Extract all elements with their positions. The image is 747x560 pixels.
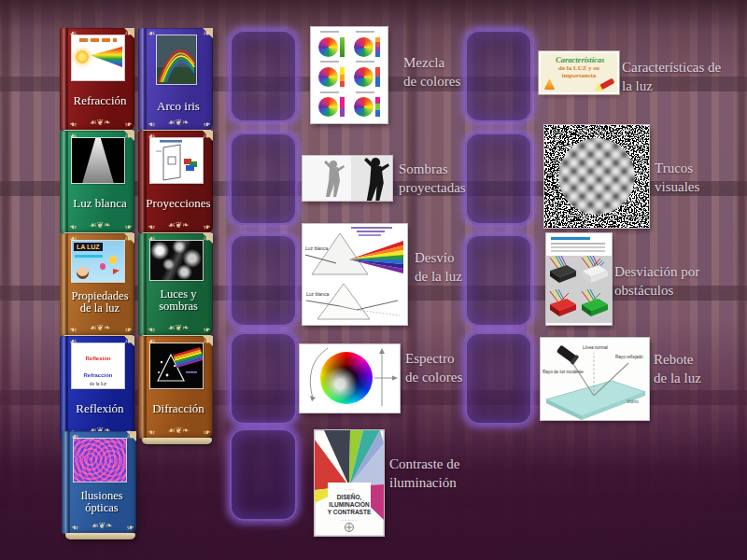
rainbow-photo	[157, 35, 196, 84]
la-luz-badge: LA LUZ	[74, 243, 103, 251]
diagram-label: Rayo de luz incidente	[543, 370, 584, 374]
book-title: Luz blanca	[68, 185, 132, 222]
book-luces-y-sombras[interactable]: Luces y sombras ☙❦❧	[138, 233, 213, 342]
book-spine	[60, 28, 68, 131]
book-difraccion[interactable]: Difracción ☙❦❧	[138, 336, 213, 444]
bottom-flourish-icon: ☙❦❧	[70, 522, 134, 530]
book-title: Refracción	[68, 82, 132, 119]
book-cover-diseno: — — — DISEÑO, ILUMINACIÓN Y CONTRASTE — …	[315, 430, 384, 536]
optical-illusion-image	[544, 125, 649, 228]
color-wheel-cell	[315, 31, 348, 59]
book-title: Propiedades de la luz	[68, 284, 132, 321]
card-desvio-de-la-luz[interactable]: Luz blanca Luz blanca	[303, 224, 407, 325]
drop-slot[interactable]	[230, 30, 297, 122]
card-desviacion-por-obstaculos[interactable]	[546, 233, 612, 325]
card-mezcla-de-colores[interactable]	[311, 27, 388, 123]
page-corner	[124, 233, 134, 244]
light-beam	[72, 138, 124, 183]
word-reflexion: Reflexión	[85, 356, 110, 361]
balloon	[109, 256, 117, 264]
book-cover-image-arco-iris	[157, 35, 196, 84]
shadow-people-image	[303, 156, 392, 201]
color-bar	[375, 97, 380, 117]
page-corner	[203, 233, 213, 244]
card-caracteristicas-de-la-luz[interactable]: Características de la LUZ y su importanc…	[541, 53, 617, 92]
book-cover-image-refraccion	[72, 35, 124, 80]
flashlight-icon	[599, 78, 615, 91]
card-contraste-de-iluminacion[interactable]: — — — DISEÑO, ILUMINACIÓN Y CONTRASTE — …	[315, 430, 384, 536]
card-espectro-de-colores[interactable]	[300, 344, 400, 413]
diagram-label: Rayo reflejado	[615, 355, 643, 359]
book-cover-image-sombras	[150, 241, 203, 280]
book-title: Ilusiones ópticas	[70, 483, 134, 521]
text-lines	[551, 243, 605, 245]
color-bar	[375, 67, 380, 87]
color-wheel-cell	[315, 91, 348, 119]
rainbow-beam	[91, 47, 122, 67]
color-wheel-icon	[354, 37, 374, 57]
psychedelic-pattern	[74, 439, 126, 482]
blue-heading-bar	[551, 237, 590, 240]
bottom-flourish-icon: ☙❦❧	[147, 324, 210, 332]
book-cover-image-reflexion: Reflexión Refracción de la luz	[72, 343, 124, 388]
book-spine	[60, 336, 68, 439]
luz-blanca-label: Luz blanca	[306, 291, 329, 297]
card-rebote-de-la-luz[interactable]: Rayo de luz incidente Línea normal Rayo …	[541, 338, 649, 420]
bottom-flourish-icon: ☙❦❧	[147, 427, 210, 435]
page-corner	[124, 28, 134, 38]
prism-rainbow-art	[150, 343, 203, 388]
blocks-and-rays	[546, 256, 612, 323]
book-pages-edge	[65, 533, 135, 539]
drop-slot[interactable]	[230, 133, 297, 225]
color-bar	[340, 67, 345, 87]
book-spine	[138, 28, 147, 131]
color-bar	[340, 97, 345, 117]
cartoon-title-line: importancia	[556, 72, 602, 79]
drop-slot[interactable]	[230, 428, 297, 521]
book-spine	[138, 233, 147, 336]
color-wheel-icon	[318, 37, 338, 57]
prism-refraction-diagram: Luz blanca Luz blanca	[303, 224, 407, 325]
book-propiedades-de-la-luz[interactable]: LA LUZ Propiedades de la luz ☙❦❧	[60, 233, 134, 342]
bottom-flourish-icon: ☙❦❧	[68, 324, 132, 332]
book-ilusiones-opticas[interactable]: Ilusiones ópticas ☙❦❧	[62, 431, 136, 539]
label-espectro-de-colores: Espectro de colores	[405, 349, 469, 387]
page-corner	[124, 131, 134, 141]
book-luz-blanca[interactable]: Luz blanca ☙❦❧	[60, 131, 134, 239]
color-wheel-cell	[315, 61, 348, 89]
svg-text:— — — — —: — — — — —	[341, 518, 358, 522]
color-wheels-grid	[315, 31, 384, 119]
book-spine	[62, 431, 70, 534]
book-reflexion[interactable]: Reflexión Refracción de la luz Reflexión…	[60, 336, 134, 444]
drop-slot[interactable]	[230, 234, 297, 327]
card-sombras-proyectadas[interactable]	[303, 156, 392, 201]
cover-title-line: DISEÑO,	[337, 493, 362, 501]
cartoon-title-line: Características	[556, 56, 602, 64]
book-proyecciones[interactable]: Proyecciones ☙❦❧	[138, 131, 213, 239]
label-mezcla-de-colores: Mezcla de colores	[403, 53, 461, 91]
reflection-sketches	[72, 386, 124, 388]
drop-slot[interactable]	[465, 30, 532, 122]
book-cover-image-proyecciones	[150, 138, 203, 183]
drop-slot[interactable]	[465, 234, 532, 327]
book-arco-iris[interactable]: Arco iris ☙❦❧	[138, 28, 213, 136]
sun-icon	[76, 50, 89, 63]
page-corner	[203, 131, 213, 141]
balloon	[100, 263, 106, 270]
label-caracteristicas-de-la-luz: Características de la luz	[622, 58, 726, 96]
book-refraccion[interactable]: Refracción ☙❦❧	[60, 28, 134, 136]
book-spine	[138, 336, 147, 439]
diagram-label: Línea normal	[583, 345, 608, 350]
book-cover-image-la-luz: LA LUZ	[72, 241, 124, 282]
book-spine	[138, 131, 147, 233]
label-desvio-de-la-luz: Desvío de la luz	[415, 248, 463, 287]
color-wheel-icon	[354, 97, 374, 117]
book-cover-image-ilusion	[74, 439, 126, 482]
book-pages-edge	[142, 438, 212, 444]
drop-slot[interactable]	[230, 332, 297, 425]
drop-slot[interactable]	[465, 332, 532, 425]
diagram-label: Vidrio	[627, 399, 639, 404]
card-trucos-visuales[interactable]	[544, 125, 649, 228]
cartoon-title-line: de la LUZ y su	[556, 64, 602, 72]
bottom-flourish-icon: ☙❦❧	[68, 221, 132, 230]
